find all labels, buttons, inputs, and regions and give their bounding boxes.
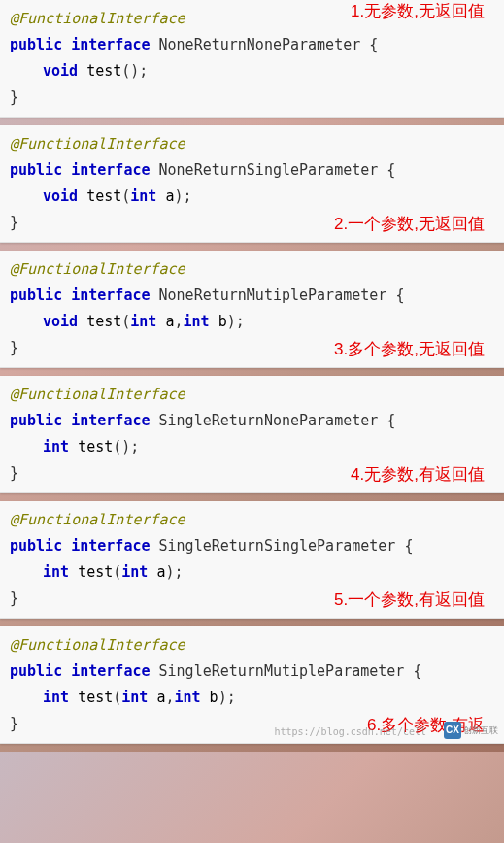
keyword-interface: interface bbox=[71, 287, 150, 304]
watermark: https://blog.csdn.net/cell bbox=[274, 724, 426, 741]
open-paren: ( bbox=[121, 62, 130, 80]
annotation: @FunctionalInterface bbox=[10, 135, 185, 152]
semicolon: ; bbox=[139, 62, 148, 80]
param-var-2: b bbox=[210, 689, 218, 706]
declaration-line: public interface SingleReturnNoneParamet… bbox=[10, 408, 494, 434]
close-paren: ) bbox=[121, 438, 130, 455]
open-brace: { bbox=[413, 662, 421, 680]
method-name: test bbox=[78, 438, 113, 455]
close-paren: ) bbox=[174, 187, 183, 205]
keyword-public: public bbox=[10, 537, 62, 555]
caption-3: 3.多个参数,无返回值 bbox=[334, 335, 485, 365]
open-brace: { bbox=[369, 36, 378, 53]
declaration-line: public interface SingleReturnSingleParam… bbox=[10, 533, 494, 559]
keyword-public: public bbox=[10, 287, 62, 304]
declaration-line: public interface NoneReturnMutipleParame… bbox=[10, 283, 494, 309]
interface-name: SingleReturnSingleParameter bbox=[159, 537, 396, 555]
open-paren: ( bbox=[121, 313, 130, 330]
semicolon: ; bbox=[174, 563, 183, 581]
code-block-5: @FunctionalInterfacepublic interface Sin… bbox=[0, 501, 504, 619]
keyword-interface: interface bbox=[71, 161, 150, 179]
logo-text: 创新互联 bbox=[463, 726, 498, 735]
semicolon: ; bbox=[236, 313, 245, 330]
close-paren: ) bbox=[130, 62, 139, 80]
annotation-line: @FunctionalInterface bbox=[10, 131, 494, 157]
keyword-interface: interface bbox=[71, 662, 150, 680]
close-brace: } bbox=[10, 88, 18, 106]
caption-4: 4.无参数,有返回值 bbox=[351, 460, 485, 490]
close-brace-line: } bbox=[10, 84, 494, 111]
annotation-line: @FunctionalInterface bbox=[10, 632, 494, 658]
open-brace: { bbox=[386, 412, 395, 429]
annotation: @FunctionalInterface bbox=[10, 10, 185, 27]
interface-name: NoneReturnMutipleParameter bbox=[159, 287, 387, 304]
return-type: void bbox=[43, 187, 78, 205]
interface-name: SingleReturnMutipleParameter bbox=[159, 662, 405, 680]
param-type-1: int bbox=[121, 689, 148, 706]
open-paren: ( bbox=[113, 563, 121, 581]
close-brace: } bbox=[10, 214, 18, 231]
keyword-public: public bbox=[10, 412, 62, 429]
semicolon: ; bbox=[227, 689, 236, 706]
param-var-2: b bbox=[218, 313, 227, 330]
annotation-line: @FunctionalInterface bbox=[10, 507, 494, 533]
method-name: test bbox=[86, 62, 121, 80]
method-name: test bbox=[78, 689, 113, 706]
open-brace: { bbox=[395, 287, 404, 304]
keyword-interface: interface bbox=[71, 36, 150, 53]
annotation-line: @FunctionalInterface bbox=[10, 256, 494, 283]
declaration-line: public interface SingleReturnMutiplePara… bbox=[10, 658, 494, 685]
caption-2: 2.一个参数,无返回值 bbox=[334, 210, 485, 240]
param-type-2: int bbox=[184, 313, 210, 330]
keyword-public: public bbox=[10, 161, 62, 179]
interface-name: NoneReturnSingleParameter bbox=[159, 161, 379, 179]
method-line: void test(); bbox=[10, 58, 494, 84]
method-line: int test(int a,int b); bbox=[10, 685, 494, 711]
annotation: @FunctionalInterface bbox=[10, 511, 185, 528]
close-brace: } bbox=[10, 464, 18, 482]
declaration-line: public interface NoneReturnNoneParameter… bbox=[10, 32, 494, 58]
return-type: int bbox=[43, 438, 69, 455]
close-paren: ) bbox=[227, 313, 236, 330]
method-line: int test(int a); bbox=[10, 559, 494, 586]
caption-1: 1.无参数,无返回值 bbox=[351, 0, 485, 27]
method-line: int test(); bbox=[10, 434, 494, 460]
close-brace: } bbox=[10, 590, 18, 607]
open-brace: { bbox=[386, 161, 395, 179]
return-type: int bbox=[43, 563, 69, 581]
param-type-1: int bbox=[130, 313, 156, 330]
return-type: void bbox=[43, 313, 78, 330]
brand-logo: CX创新互联 bbox=[444, 722, 498, 739]
method-name: test bbox=[86, 313, 121, 330]
code-block-6: @FunctionalInterfacepublic interface Sin… bbox=[0, 626, 504, 744]
param-type: int bbox=[130, 187, 156, 205]
open-paren: ( bbox=[113, 438, 121, 455]
code-block-1: @FunctionalInterfacepublic interface Non… bbox=[0, 0, 504, 118]
annotation: @FunctionalInterface bbox=[10, 636, 185, 654]
return-type: void bbox=[43, 62, 78, 80]
keyword-interface: interface bbox=[71, 412, 150, 429]
method-name: test bbox=[78, 563, 113, 581]
annotation-line: @FunctionalInterface bbox=[10, 382, 494, 408]
close-brace: } bbox=[10, 715, 18, 732]
return-type: int bbox=[43, 689, 69, 706]
caption-5: 5.一个参数,有返回值 bbox=[334, 586, 485, 616]
keyword-public: public bbox=[10, 662, 62, 680]
annotation: @FunctionalInterface bbox=[10, 386, 185, 403]
open-paren: ( bbox=[113, 689, 121, 706]
comma: , bbox=[174, 313, 183, 330]
close-paren: ) bbox=[218, 689, 227, 706]
keyword-interface: interface bbox=[71, 537, 150, 555]
code-block-4: @FunctionalInterfacepublic interface Sin… bbox=[0, 376, 504, 493]
method-name: test bbox=[86, 187, 121, 205]
semicolon: ; bbox=[184, 187, 192, 205]
method-line: void test(int a,int b); bbox=[10, 309, 494, 335]
param-type: int bbox=[121, 563, 148, 581]
declaration-line: public interface NoneReturnSingleParamet… bbox=[10, 157, 494, 184]
open-paren: ( bbox=[121, 187, 130, 205]
open-brace: { bbox=[404, 537, 413, 555]
code-block-3: @FunctionalInterfacepublic interface Non… bbox=[0, 251, 504, 368]
method-line: void test(int a); bbox=[10, 184, 494, 210]
interface-name: SingleReturnNoneParameter bbox=[159, 412, 379, 429]
param-type-2: int bbox=[174, 689, 200, 706]
